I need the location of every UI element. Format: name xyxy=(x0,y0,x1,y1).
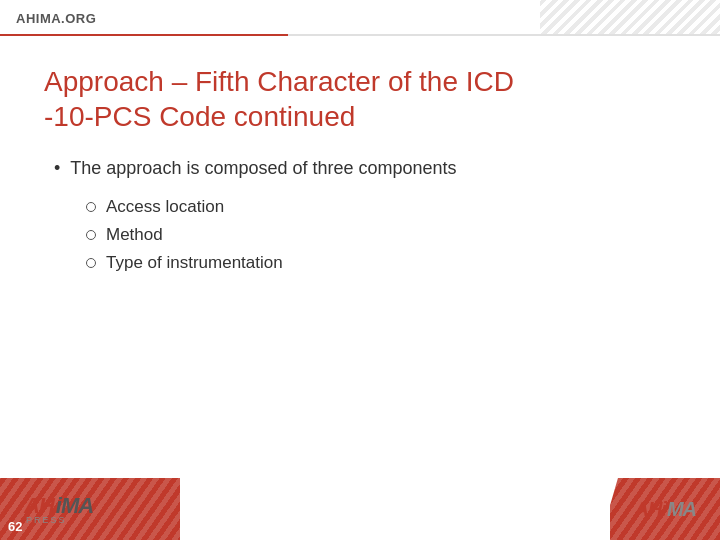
ahima-org-logo: AHIMA.ORG xyxy=(16,11,96,26)
sub-bullet-text-2: Method xyxy=(106,225,163,245)
list-item: Type of instrumentation xyxy=(86,253,676,273)
page-number: 62 xyxy=(8,519,22,534)
sub-bullets-list: Access location Method Type of instrumen… xyxy=(86,197,676,273)
bullet-dot-icon: • xyxy=(54,158,60,179)
sub-bullet-text-1: Access location xyxy=(106,197,224,217)
circle-icon xyxy=(86,230,96,240)
circle-icon xyxy=(86,202,96,212)
title-line1: Approach – Fifth Character of the ICD xyxy=(44,66,514,97)
content-area: Approach – Fifth Character of the ICD -1… xyxy=(0,36,720,478)
circle-icon xyxy=(86,258,96,268)
main-bullet-text: The approach is composed of three compon… xyxy=(70,156,456,181)
logo-right-ma-text: MA xyxy=(667,498,696,521)
slide: AHIMA.ORG Approach – Fifth Character of … xyxy=(0,0,720,540)
logo-left-container: AH iMA PRESS xyxy=(24,493,93,525)
ahima-right-logo: AH i MA xyxy=(634,498,696,521)
top-bar: AHIMA.ORG xyxy=(0,0,720,36)
list-item: Access location xyxy=(86,197,676,217)
title-line2: -10-PCS Code continued xyxy=(44,101,355,132)
list-item: Method xyxy=(86,225,676,245)
bullet-section: • The approach is composed of three comp… xyxy=(54,156,676,281)
bottom-bar: AH iMA PRESS AH i MA 62 xyxy=(0,478,720,540)
slide-title: Approach – Fifth Character of the ICD -1… xyxy=(44,64,676,134)
bottom-logos: AH iMA PRESS AH i MA xyxy=(16,493,704,525)
main-bullet-item: • The approach is composed of three comp… xyxy=(54,156,676,181)
logo-right-ah-text: AH xyxy=(634,498,661,521)
top-decoration xyxy=(540,0,720,36)
sub-bullet-text-3: Type of instrumentation xyxy=(106,253,283,273)
logo-press-text: PRESS xyxy=(26,515,67,525)
